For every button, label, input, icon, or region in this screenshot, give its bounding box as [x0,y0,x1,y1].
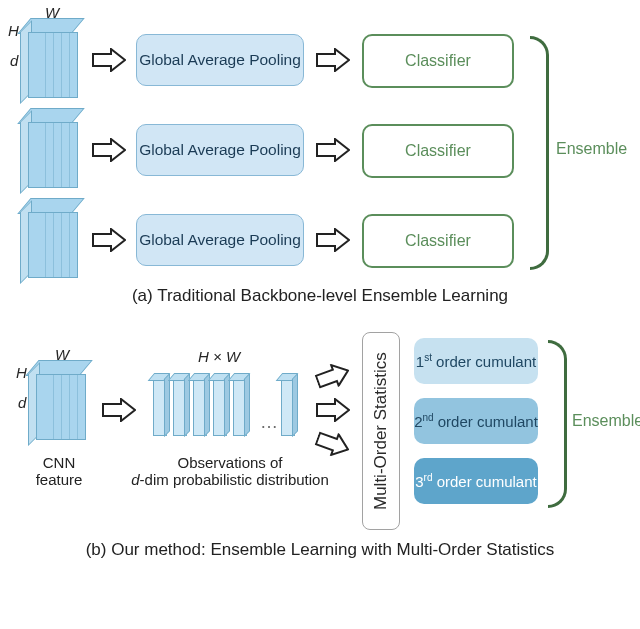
label-H-b: H [16,364,27,381]
arrow-icon [102,398,136,422]
arrow-icon [316,48,350,72]
classifier-label: Classifier [405,52,471,70]
classifier-box-3: Classifier [362,214,514,268]
arrow-icon [313,359,353,393]
brace-icon [530,36,549,270]
caption-b: (b) Our method: Ensemble Learning with M… [0,540,640,560]
classifier-label: Classifier [405,142,471,160]
label-HxW: H × W [198,348,240,365]
arrow-icon [92,138,126,162]
cumulant-2-box: 2nd order cumulant [414,398,538,444]
gap-box-3: Global Average Pooling [136,214,304,266]
gap-label: Global Average Pooling [139,141,301,159]
classifier-box-2: Classifier [362,124,514,178]
backbone-cube-2 [20,108,76,186]
multi-order-statistics-box: Multi-Order Statistics [362,332,400,530]
label-H: H [8,22,19,39]
caption-a: (a) Traditional Backbone-level Ensemble … [0,286,640,306]
brace-icon [548,340,567,508]
label-d: d [10,52,18,69]
arrow-icon [316,398,350,422]
arrow-icon [92,48,126,72]
gap-label: Global Average Pooling [139,231,301,249]
arrow-icon [92,228,126,252]
cumulant-1-box: 1st order cumulant [414,338,538,384]
observations-label: Observations of d-dim probabilistic dist… [120,454,340,488]
cnn-cube [28,360,84,438]
cnn-feature-label: CNN feature [20,454,98,488]
observation-sticks [150,378,250,444]
ensemble-label-a: Ensemble [556,140,627,158]
label-d-b: d [18,394,26,411]
gap-box-1: Global Average Pooling [136,34,304,86]
mos-label: Multi-Order Statistics [371,352,391,510]
figure: W H d Global Average Pooling Global Aver… [0,0,640,629]
gap-label: Global Average Pooling [139,51,301,69]
arrow-icon [316,228,350,252]
observation-stick-tail [278,378,298,444]
cumulant-1-label: 1st order cumulant [416,352,536,370]
backbone-cube-1 [20,18,76,96]
classifier-label: Classifier [405,232,471,250]
arrow-icon [316,138,350,162]
gap-box-2: Global Average Pooling [136,124,304,176]
cumulant-3-label: 3rd order cumulant [415,472,536,490]
cumulant-3-box: 3rd order cumulant [414,458,538,504]
cumulant-2-label: 2nd order cumulant [414,412,538,430]
classifier-box-1: Classifier [362,34,514,88]
ellipsis-icon: … [260,412,278,433]
backbone-cube-3 [20,198,76,276]
ensemble-label-b: Ensemble [572,412,640,430]
